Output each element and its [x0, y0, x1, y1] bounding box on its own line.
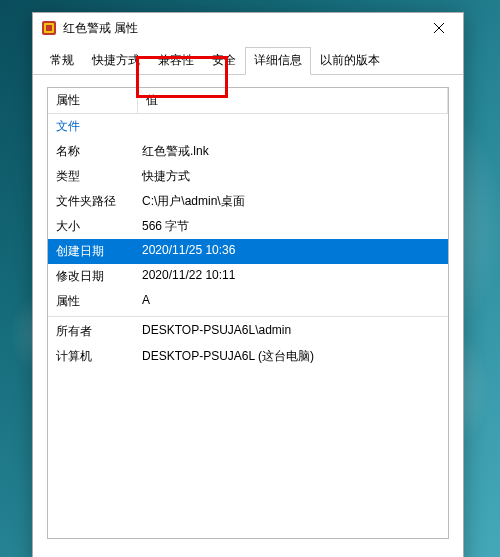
tab-general[interactable]: 常规 [41, 47, 83, 74]
titlebar[interactable]: 红色警戒 属性 [33, 13, 463, 43]
cell-property: 创建日期 [48, 241, 138, 262]
cell-value: 快捷方式 [138, 166, 448, 187]
table-row[interactable]: 类型快捷方式 [48, 164, 448, 189]
group-file: 文件 [48, 114, 448, 139]
separator [48, 316, 448, 317]
tab-strip: 常规 快捷方式 兼容性 安全 详细信息 以前的版本 [33, 43, 463, 75]
cell-property: 大小 [48, 216, 138, 237]
cell-value: A [138, 291, 448, 312]
cell-property: 修改日期 [48, 266, 138, 287]
cell-value: 566 字节 [138, 216, 448, 237]
cell-property: 属性 [48, 291, 138, 312]
table-row[interactable]: 修改日期2020/11/22 10:11 [48, 264, 448, 289]
table-row[interactable]: 所有者DESKTOP-PSUJA6L\admin [48, 319, 448, 344]
cell-property: 文件夹路径 [48, 191, 138, 212]
cell-property: 名称 [48, 141, 138, 162]
tab-compatibility[interactable]: 兼容性 [149, 47, 203, 74]
table-row[interactable]: 文件夹路径C:\用户\admin\桌面 [48, 189, 448, 214]
cell-property: 类型 [48, 166, 138, 187]
close-button[interactable] [419, 14, 459, 42]
properties-window: 红色警戒 属性 常规 快捷方式 兼容性 安全 详细信息 以前的版本 属性 值 文… [32, 12, 464, 557]
cell-value: 红色警戒.lnk [138, 141, 448, 162]
svg-rect-2 [46, 25, 52, 31]
close-icon [434, 23, 444, 33]
col-header-value[interactable]: 值 [138, 88, 448, 113]
table-row[interactable]: 创建日期2020/11/25 10:36 [48, 239, 448, 264]
cell-property: 计算机 [48, 346, 138, 367]
tab-previous-versions[interactable]: 以前的版本 [311, 47, 389, 74]
details-list[interactable]: 属性 值 文件 名称红色警戒.lnk类型快捷方式文件夹路径C:\用户\admin… [47, 87, 449, 539]
cell-value: DESKTOP-PSUJA6L\admin [138, 321, 448, 342]
list-body: 文件 名称红色警戒.lnk类型快捷方式文件夹路径C:\用户\admin\桌面大小… [48, 114, 448, 538]
tab-security[interactable]: 安全 [203, 47, 245, 74]
tab-details[interactable]: 详细信息 [245, 47, 311, 75]
table-row[interactable]: 计算机DESKTOP-PSUJA6L (这台电脑) [48, 344, 448, 369]
cell-value: 2020/11/25 10:36 [138, 241, 448, 262]
col-header-property[interactable]: 属性 [48, 88, 138, 113]
table-row[interactable]: 名称红色警戒.lnk [48, 139, 448, 164]
list-header[interactable]: 属性 值 [48, 88, 448, 114]
cell-value: 2020/11/22 10:11 [138, 266, 448, 287]
cell-value: DESKTOP-PSUJA6L (这台电脑) [138, 346, 448, 367]
app-icon [41, 20, 57, 36]
tab-shortcut[interactable]: 快捷方式 [83, 47, 149, 74]
table-row[interactable]: 大小566 字节 [48, 214, 448, 239]
table-row[interactable]: 属性A [48, 289, 448, 314]
cell-property: 所有者 [48, 321, 138, 342]
tab-content: 属性 值 文件 名称红色警戒.lnk类型快捷方式文件夹路径C:\用户\admin… [33, 75, 463, 551]
window-title: 红色警戒 属性 [63, 20, 138, 37]
cell-value: C:\用户\admin\桌面 [138, 191, 448, 212]
